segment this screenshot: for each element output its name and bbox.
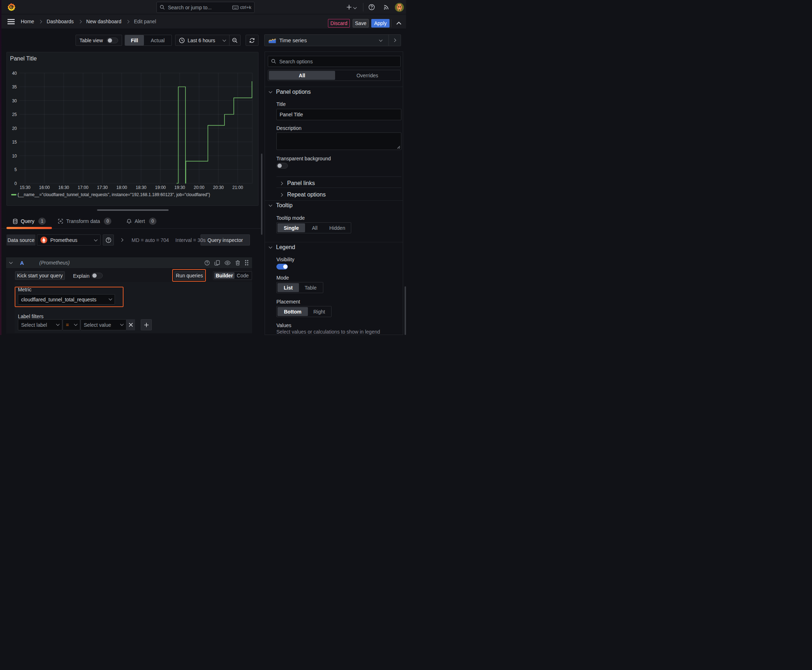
svg-text:16:30: 16:30 bbox=[58, 185, 69, 190]
svg-text:30: 30 bbox=[12, 98, 17, 103]
svg-text:10: 10 bbox=[12, 154, 17, 159]
svg-text:0: 0 bbox=[14, 181, 17, 186]
svg-text:20:30: 20:30 bbox=[213, 185, 224, 190]
svg-text:15:30: 15:30 bbox=[20, 185, 31, 190]
svg-text:15: 15 bbox=[12, 140, 17, 145]
svg-text:40: 40 bbox=[12, 71, 17, 76]
svg-text:{__name__="cloudflared_tunnel_: {__name__="cloudflared_tunnel_total_requ… bbox=[17, 192, 210, 197]
svg-text:21:00: 21:00 bbox=[232, 185, 243, 190]
svg-text:5: 5 bbox=[14, 167, 17, 172]
svg-text:17:00: 17:00 bbox=[78, 185, 88, 190]
svg-text:18:00: 18:00 bbox=[116, 185, 127, 190]
svg-text:16:00: 16:00 bbox=[39, 185, 50, 190]
svg-text:17:30: 17:30 bbox=[97, 185, 108, 190]
svg-text:19:30: 19:30 bbox=[175, 185, 185, 190]
svg-text:25: 25 bbox=[12, 112, 17, 117]
svg-text:20: 20 bbox=[12, 126, 17, 131]
svg-text:35: 35 bbox=[12, 85, 17, 90]
svg-text:18:30: 18:30 bbox=[136, 185, 146, 190]
svg-text:19:00: 19:00 bbox=[155, 185, 166, 190]
svg-text:20:00: 20:00 bbox=[194, 185, 204, 190]
